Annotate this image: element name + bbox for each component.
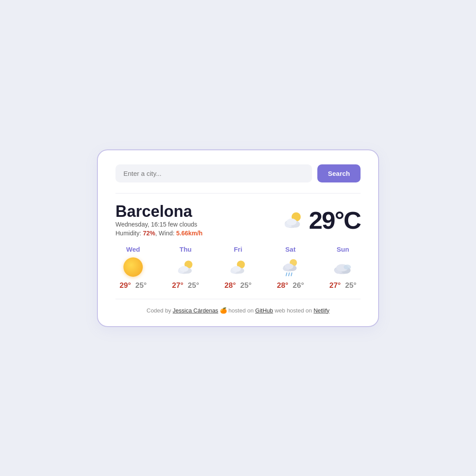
forecast-low-4: 25° — [345, 281, 357, 290]
humidity-wind: Humidity: 72%, Wind: 5.66km/h — [115, 230, 203, 237]
current-weather-icon — [282, 209, 305, 232]
svg-line-22 — [291, 273, 292, 276]
svg-line-20 — [286, 273, 287, 276]
forecast-low-0: 25° — [135, 281, 147, 290]
forecast-temps-0: 29° 25° — [119, 281, 146, 290]
forecast-icon-2 — [228, 256, 248, 279]
forecast-temps-4: 27° 25° — [329, 281, 356, 290]
cloudy-icon — [332, 259, 354, 275]
search-button[interactable]: Search — [317, 164, 361, 182]
svg-point-27 — [344, 264, 351, 270]
svg-line-21 — [289, 273, 290, 276]
forecast-fri: Fri 28° 25° — [220, 245, 256, 290]
forecast-day-label-3: Sat — [285, 245, 295, 253]
sun-icon — [123, 257, 143, 277]
netlify-link[interactable]: Netlify — [313, 307, 329, 314]
forecast-day-label-4: Sun — [337, 245, 349, 253]
forecast-low-2: 25° — [240, 281, 252, 290]
forecast-high-3: 28° — [277, 281, 288, 290]
author-link[interactable]: Jessica Cárdenas — [173, 307, 218, 314]
wind-label: Wind: — [159, 230, 175, 237]
partly-cloudy-icon-thu — [175, 258, 196, 276]
temperature-block: 29°C — [282, 206, 361, 234]
svg-point-14 — [232, 266, 241, 271]
forecast-temps-1: 27° 25° — [172, 281, 199, 290]
forecast-low-1: 25° — [188, 281, 199, 290]
forecast-sun: Sun 27° 25° — [325, 245, 361, 290]
top-divider — [115, 193, 361, 193]
forecast-sat: Sat 28° 26° — [273, 245, 308, 290]
current-temp: 29°C — [309, 206, 361, 234]
forecast-low-3: 26° — [293, 281, 304, 290]
humidity-label: Humidity: — [115, 230, 141, 237]
forecast-high-0: 29° — [119, 281, 131, 290]
forecast-high-4: 27° — [329, 281, 341, 290]
footer-text: Coded by — [147, 307, 171, 314]
forecast-day-label-2: Fri — [234, 245, 242, 253]
bottom-divider — [115, 299, 361, 299]
svg-point-9 — [180, 266, 189, 271]
footer: Coded by Jessica Cárdenas 🍊 hosted on Gi… — [115, 307, 361, 314]
forecast-row: Wed 29° 25° Thu 27° — [115, 245, 361, 290]
city-name: Barcelona — [115, 202, 203, 221]
weather-card: Search Barcelona Wednesday, 16:15 few cl… — [97, 149, 379, 327]
forecast-high-1: 27° — [172, 281, 183, 290]
forecast-icon-0 — [123, 256, 143, 279]
svg-point-19 — [285, 263, 294, 269]
wind-value: 5.66km/h — [176, 230, 203, 237]
city-search-input[interactable] — [115, 164, 312, 182]
footer-hosted-label: hosted on — [228, 307, 253, 314]
search-row: Search — [115, 164, 361, 182]
footer-web-label: web hosted on — [275, 307, 312, 314]
forecast-wed: Wed 29° 25° — [115, 245, 151, 290]
forecast-thu: Thu 27° 25° — [168, 245, 203, 290]
forecast-icon-1 — [175, 256, 196, 279]
partly-cloudy-icon-fri — [228, 258, 248, 276]
forecast-temps-2: 28° 25° — [224, 281, 251, 290]
forecast-icon-4 — [332, 256, 354, 279]
humidity-value: 72% — [143, 230, 155, 237]
forecast-icon-3 — [280, 256, 301, 279]
rain-icon — [280, 257, 301, 277]
current-weather-block: Barcelona Wednesday, 16:15 few clouds Hu… — [115, 202, 361, 238]
city-info: Barcelona Wednesday, 16:15 few clouds Hu… — [115, 202, 203, 238]
weather-description: Wednesday, 16:15 few clouds — [115, 221, 203, 228]
github-link[interactable]: GitHub — [255, 307, 273, 314]
svg-point-4 — [286, 218, 297, 225]
forecast-temps-3: 28° 26° — [277, 281, 304, 290]
forecast-day-label-1: Thu — [179, 245, 192, 253]
forecast-high-2: 28° — [224, 281, 236, 290]
forecast-day-label-0: Wed — [126, 245, 140, 253]
